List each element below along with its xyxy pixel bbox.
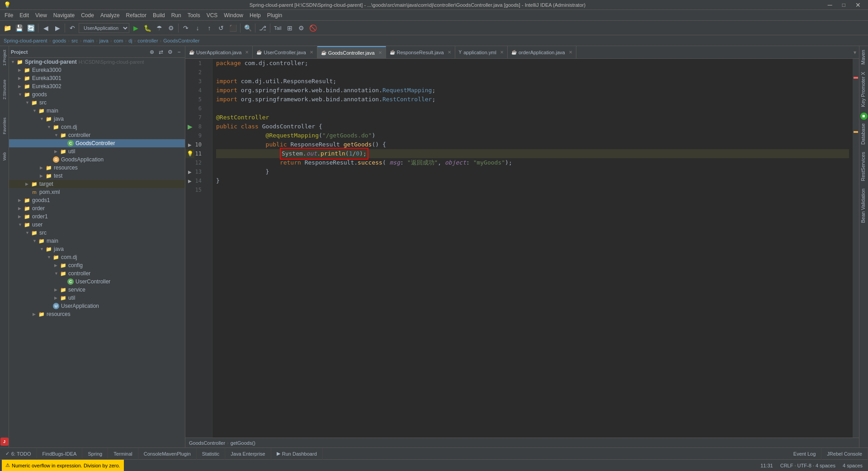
- toolbar-git-btn[interactable]: ⎇: [257, 23, 268, 33]
- tab-userapplication[interactable]: ☕ UserApplication.java ✕: [185, 46, 253, 59]
- maximize-button[interactable]: □: [839, 2, 849, 8]
- menu-code[interactable]: Code: [78, 11, 97, 19]
- toolbar-forward-btn[interactable]: ▶: [52, 23, 63, 33]
- bottom-tab-jrebelconsole[interactable]: JRebel Console: [821, 448, 868, 460]
- sidebar-settings-btn[interactable]: ⚙: [166, 48, 174, 56]
- menu-tools[interactable]: Tools: [185, 11, 203, 19]
- tree-item-user-src[interactable]: ▼ 📁 src: [9, 229, 185, 237]
- bottom-tab-findbugs[interactable]: FindBugs-IDEA: [37, 448, 83, 460]
- bulb-icon-11[interactable]: 💡: [187, 151, 193, 157]
- tree-item-goods-test[interactable]: ▶ 📁 test: [9, 172, 185, 180]
- expand-arrow-order[interactable]: ▶: [18, 206, 24, 211]
- tree-item-order[interactable]: ▶ 📁 order: [9, 204, 185, 212]
- sidebar-collapse-btn[interactable]: −: [175, 48, 183, 56]
- tree-item-goods-target[interactable]: ▶ 📁 target: [9, 180, 185, 188]
- expand-arrow-goods-resources[interactable]: ▶: [40, 165, 45, 170]
- tab-applicationyml[interactable]: Y application.yml ✕: [455, 46, 508, 59]
- tree-item-goods-java[interactable]: ▼ 📁 java: [9, 115, 185, 123]
- tree-item-goods-pom[interactable]: m pom.xml: [9, 188, 185, 196]
- status-line[interactable]: 11:31: [757, 460, 777, 471]
- expand-arrow-goods-util[interactable]: ▶: [54, 149, 60, 154]
- side-panel-restservices[interactable]: RestServices: [859, 148, 868, 185]
- tab-close-goodscontroller[interactable]: ✕: [378, 50, 382, 55]
- tree-item-goods-resources[interactable]: ▶ 📁 resources: [9, 164, 185, 172]
- tab-orderapplication[interactable]: ☕ orderApplication.java ✕: [508, 46, 576, 59]
- toolbar-back-btn[interactable]: ◀: [40, 23, 51, 33]
- tab-usercontroller[interactable]: ☕ UserController.java ✕: [253, 46, 317, 59]
- toolbar-stop-btn[interactable]: ⬛: [227, 23, 238, 33]
- status-encoding[interactable]: CRLF · UTF-8 · 4 spaces: [777, 460, 839, 471]
- toolbar-stop2-btn[interactable]: 🚫: [308, 23, 319, 33]
- expand-arrow-eureka3000[interactable]: ▶: [18, 68, 24, 72]
- menu-edit[interactable]: Edit: [17, 11, 32, 19]
- sidebar-add-btn[interactable]: ⊕: [148, 48, 156, 56]
- tree-item-user-util[interactable]: ▶ 📁 util: [9, 294, 185, 302]
- expand-arrow-user[interactable]: ▼: [18, 222, 24, 227]
- tab-goodscontroller[interactable]: ☕ GoodsController.java ✕: [317, 46, 386, 59]
- tree-item-goods1[interactable]: ▶ 📁 goods1: [9, 196, 185, 204]
- left-tool-project[interactable]: 1:Project: [1, 48, 8, 68]
- breadcrumb-getgoods[interactable]: getGoods(): [231, 440, 255, 446]
- nav-src[interactable]: src: [71, 38, 78, 43]
- expand-arrow-user-comdj[interactable]: ▼: [47, 255, 52, 259]
- expand-arrow-goods-target[interactable]: ▶: [25, 182, 31, 186]
- tree-item-goods-util[interactable]: ▶ 📁 util: [9, 147, 185, 155]
- menu-help[interactable]: Help: [247, 11, 264, 19]
- toolbar-settings-btn[interactable]: ⚙: [296, 23, 307, 33]
- tree-item-order1[interactable]: ▶ 📁 order1: [9, 212, 185, 221]
- toolbar-step-into-btn[interactable]: ↓: [192, 23, 203, 33]
- sidebar-sync-btn[interactable]: ⇄: [157, 48, 165, 56]
- run-config-dropdown[interactable]: UserApplication: [79, 23, 129, 33]
- toolbar-step-over-btn[interactable]: ↷: [180, 23, 191, 33]
- expand-arrow-goods-comdj[interactable]: ▼: [47, 125, 52, 129]
- breadcrumb-goodscontroller[interactable]: GoodsController: [189, 440, 225, 446]
- tree-item-user-controller[interactable]: ▼ 📁 controller: [9, 269, 185, 278]
- tree-item-eureka3000[interactable]: ▶ 📁 Eureka3000: [9, 66, 185, 74]
- toolbar-layout-btn[interactable]: ⊞: [284, 23, 295, 33]
- tree-item-goodsapp[interactable]: G GoodsApplication: [9, 155, 185, 164]
- tab-close-usercontroller[interactable]: ✕: [310, 50, 313, 55]
- side-panel-maven[interactable]: Maven: [859, 46, 868, 68]
- expand-arrow-eureka3001[interactable]: ▶: [18, 76, 24, 80]
- status-warning-item[interactable]: ⚠ Numeric overflow in expression. Divisi…: [2, 460, 124, 471]
- bottom-tab-spring[interactable]: Spring: [82, 448, 108, 460]
- toolbar-project-btn[interactable]: 📁: [2, 23, 13, 33]
- bottom-tab-rundashboard[interactable]: ▶ Run Dashboard: [271, 448, 323, 460]
- tree-item-root[interactable]: ▼ 📁 Spring-cloud-parent H:\CSDN\Spring-c…: [9, 58, 185, 66]
- menu-view[interactable]: View: [33, 11, 50, 19]
- expand-arrow-eureka3002[interactable]: ▶: [18, 84, 24, 89]
- menu-run[interactable]: Run: [169, 11, 184, 19]
- expand-arrow-goods1[interactable]: ▶: [18, 198, 24, 203]
- side-panel-beanvalidation[interactable]: Bean Validation: [859, 185, 868, 226]
- tree-item-user[interactable]: ▼ 📁 user: [9, 221, 185, 229]
- expand-arrow-goods-controller[interactable]: ▼: [54, 133, 60, 137]
- tree-item-user-service[interactable]: ▶ 📁 service: [9, 286, 185, 294]
- expand-arrow-user-java[interactable]: ▼: [40, 247, 45, 251]
- toolbar-coverage-btn[interactable]: ☂: [154, 23, 165, 33]
- menu-analyze[interactable]: Analyze: [98, 11, 123, 19]
- expand-arrow-goods-src[interactable]: ▼: [25, 100, 31, 105]
- expand-arrow-user-util[interactable]: ▶: [54, 296, 60, 300]
- tree-item-goods-main[interactable]: ▼ 📁 main: [9, 107, 185, 115]
- code-area[interactable]: package com.dj.controller; import com.dj…: [212, 59, 853, 438]
- nav-main[interactable]: main: [83, 38, 94, 43]
- tree-item-usercontroller[interactable]: C UserController: [9, 278, 185, 286]
- toolbar-run-btn[interactable]: ▶: [130, 23, 141, 33]
- nav-controller[interactable]: controller: [137, 38, 158, 43]
- expand-arrow-user-service[interactable]: ▶: [54, 287, 60, 292]
- tree-item-user-java[interactable]: ▼ 📁 java: [9, 245, 185, 253]
- tree-item-eureka3002[interactable]: ▶ 📁 Eureka3002: [9, 82, 185, 90]
- left-tool-web[interactable]: Web: [1, 151, 8, 162]
- tab-close-applicationyml[interactable]: ✕: [500, 50, 504, 55]
- tree-item-goodscontroller[interactable]: C GoodsController: [9, 139, 185, 147]
- bottom-tab-javaenterprise[interactable]: Java Enterprise: [225, 448, 271, 460]
- left-tool-favorites[interactable]: Favorites: [1, 116, 8, 136]
- menu-refactor[interactable]: Refactor: [123, 11, 149, 19]
- expand-arrow-user-src[interactable]: ▼: [25, 231, 31, 235]
- bottom-tab-eventlog[interactable]: Event Log: [788, 448, 822, 460]
- toolbar-save-btn[interactable]: 💾: [14, 23, 24, 33]
- tree-item-goods-controller[interactable]: ▼ 📁 controller: [9, 131, 185, 139]
- run-icon-8[interactable]: ▶: [188, 123, 193, 130]
- toolbar-sync-btn[interactable]: 🔄: [25, 23, 36, 33]
- nav-java[interactable]: java: [99, 38, 108, 43]
